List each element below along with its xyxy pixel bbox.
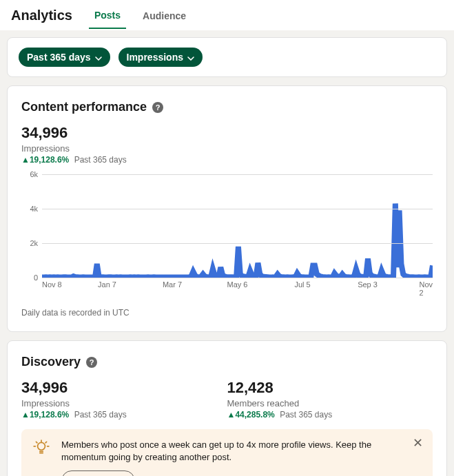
chart-line bbox=[42, 203, 433, 277]
performance-stat: 34,996 Impressions ▲19,128.6% Past 365 d… bbox=[21, 124, 433, 165]
discovery-stat-impressions: 34,996 Impressions ▲19,128.6% Past 365 d… bbox=[21, 379, 227, 420]
grid-line bbox=[42, 209, 433, 209]
discovery-head: Discovery ? bbox=[21, 355, 433, 369]
chart-note: Daily data is recorded in UTC bbox=[21, 308, 433, 318]
stat-value: 34,996 bbox=[21, 379, 227, 397]
header: Analytics Posts Audience bbox=[0, 0, 454, 30]
x-tick-label: Nov 8 bbox=[42, 280, 62, 289]
stat-label: Impressions bbox=[21, 398, 227, 408]
performance-head: Content performance ? bbox=[21, 100, 433, 114]
lightbulb-icon bbox=[32, 439, 50, 459]
tip-actions: Start a post bbox=[61, 470, 405, 476]
stat-value: 12,428 bbox=[227, 379, 433, 397]
help-icon[interactable]: ? bbox=[86, 357, 97, 368]
discovery-stat-members: 12,428 Members reached ▲44,285.8% Past 3… bbox=[227, 379, 433, 420]
grid-line bbox=[42, 243, 433, 244]
performance-period: Past 365 days bbox=[74, 155, 127, 165]
performance-title: Content performance bbox=[21, 100, 147, 114]
content: Past 365 days Impressions Content perfor… bbox=[0, 30, 454, 476]
stat-period: Past 365 days bbox=[74, 410, 127, 420]
x-tick-label: Jan 7 bbox=[98, 280, 116, 289]
filter-date-label: Past 365 days bbox=[27, 52, 91, 63]
chevron-down-icon bbox=[187, 52, 194, 63]
delta-up-icon: ▲ bbox=[227, 410, 236, 420]
discovery-stats: 34,996 Impressions ▲19,128.6% Past 365 d… bbox=[21, 379, 433, 420]
page-title: Analytics bbox=[11, 8, 72, 23]
stat-period: Past 365 days bbox=[280, 410, 332, 420]
performance-delta: 19,128.6% bbox=[30, 155, 69, 165]
stat-delta: 44,285.8% bbox=[235, 410, 274, 420]
y-tick-label: 6k bbox=[30, 170, 38, 178]
performance-label: Impressions bbox=[21, 143, 433, 154]
chart-plot bbox=[42, 174, 433, 278]
chart-x-axis: Nov 8Jan 7Mar 7May 6Jul 5Sep 3Nov 2 bbox=[42, 280, 433, 291]
start-post-button[interactable]: Start a post bbox=[61, 470, 135, 476]
x-tick-label: May 6 bbox=[227, 280, 248, 289]
stat-change: ▲19,128.6% Past 365 days bbox=[21, 410, 227, 420]
help-icon[interactable]: ? bbox=[152, 102, 163, 113]
filters-card: Past 365 days Impressions bbox=[7, 37, 447, 77]
tip-text: Members who post once a week can get up … bbox=[61, 439, 405, 464]
y-tick-label: 2k bbox=[30, 239, 38, 247]
grid-line bbox=[42, 174, 433, 175]
grid-line bbox=[42, 278, 433, 278]
close-icon[interactable]: ✕ bbox=[409, 435, 426, 451]
stat-delta: 19,128.6% bbox=[30, 410, 69, 420]
tab-posts[interactable]: Posts bbox=[89, 1, 126, 29]
filter-date-range[interactable]: Past 365 days bbox=[19, 48, 110, 67]
filter-metric-label: Impressions bbox=[127, 52, 183, 63]
y-tick-label: 0 bbox=[34, 273, 38, 282]
chart-line-svg bbox=[42, 174, 433, 278]
y-tick-label: 4k bbox=[30, 205, 38, 213]
tip-banner: ✕ Members who post once a week can get u… bbox=[21, 429, 433, 476]
x-tick-label: Nov 2 bbox=[419, 280, 433, 297]
stat-change: ▲44,285.8% Past 365 days bbox=[227, 410, 433, 420]
performance-card: Content performance ? 34,996 Impressions… bbox=[7, 85, 447, 332]
discovery-card: Discovery ? 34,996 Impressions ▲19,128.6… bbox=[7, 340, 447, 476]
tab-audience[interactable]: Audience bbox=[137, 2, 192, 28]
x-tick-label: Mar 7 bbox=[163, 280, 182, 289]
performance-value: 34,996 bbox=[21, 124, 433, 142]
stat-label: Members reached bbox=[227, 398, 433, 408]
x-tick-label: Sep 3 bbox=[358, 280, 378, 289]
x-tick-label: Jul 5 bbox=[294, 280, 310, 289]
filter-metric[interactable]: Impressions bbox=[118, 48, 203, 67]
chevron-down-icon bbox=[95, 52, 102, 63]
chart-y-axis: 02k4k6k bbox=[21, 174, 39, 278]
performance-change: ▲19,128.6% Past 365 days bbox=[21, 155, 433, 165]
performance-chart: 02k4k6k Nov 8Jan 7Mar 7May 6Jul 5Sep 3No… bbox=[21, 174, 433, 291]
svg-point-0 bbox=[38, 442, 45, 450]
discovery-title: Discovery bbox=[21, 355, 81, 369]
delta-up-icon: ▲ bbox=[21, 155, 30, 165]
delta-up-icon: ▲ bbox=[21, 410, 30, 420]
